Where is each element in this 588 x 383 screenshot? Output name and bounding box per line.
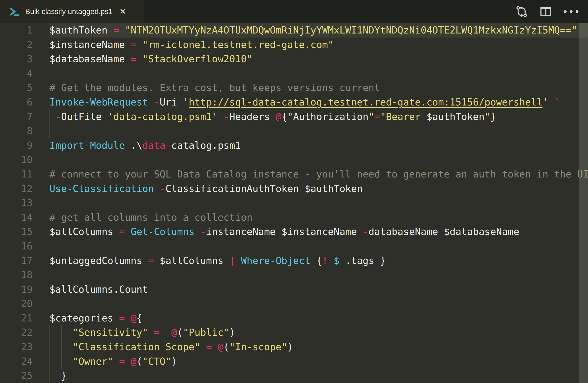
code-content[interactable]: $untaggedColumns = $allColumns | Where-O…	[49, 253, 588, 268]
line-number[interactable]: 13	[0, 196, 33, 210]
line-number[interactable]: 8	[0, 124, 33, 138]
code-line[interactable]: 4	[0, 66, 588, 81]
line-number[interactable]: 12	[0, 182, 33, 196]
line-number[interactable]: 7	[0, 110, 33, 124]
code-line[interactable]: 11# connect to your SQL Data Catalog ins…	[0, 167, 588, 182]
token	[154, 183, 160, 194]
code-line[interactable]: 17$untaggedColumns = $allColumns | Where…	[0, 253, 588, 268]
code-content[interactable]: Invoke-WebRequest -Uri 'http://sql-data-…	[49, 95, 588, 110]
code-content[interactable]: $categories = @{	[49, 311, 588, 326]
line-number[interactable]: 6	[0, 95, 33, 110]
line-number[interactable]: 5	[0, 80, 33, 95]
code-line[interactable]: 7 -OutFile 'data-catalog.psm1' -Headers …	[0, 110, 588, 124]
line-number[interactable]: 16	[0, 239, 33, 253]
tab-bulk-classify[interactable]: Bulk classify untagged.ps1 ✕	[0, 0, 144, 23]
line-number[interactable]: 22	[0, 325, 33, 340]
line-number[interactable]: 3	[0, 52, 33, 66]
code-editor[interactable]: 1$authToken = "NTM2OTUxMTYyNzA4OTUxMDQwO…	[0, 23, 588, 383]
line-number[interactable]: 2	[0, 38, 33, 52]
token	[137, 53, 142, 65]
code-line[interactable]: 24 "Owner" = @("CTO")	[0, 354, 588, 369]
code-line[interactable]: 2$instanceName = "rm-iclone1.testnet.red…	[0, 38, 588, 52]
code-content[interactable]	[49, 297, 588, 311]
code-content[interactable]: $instanceName = "rm-iclone1.testnet.red-…	[49, 38, 588, 52]
code-line[interactable]: 23 "Classification Scope" = @("In-scope"…	[0, 340, 588, 354]
indent-guide	[49, 354, 50, 369]
token: "Bearer	[380, 111, 426, 122]
line-number[interactable]: 25	[0, 368, 33, 383]
code-content[interactable]: # Get the modules. Extra cost, but keeps…	[49, 80, 588, 95]
code-content[interactable]: "Sensitivity" = @("Public")	[49, 325, 588, 340]
code-content[interactable]: "Classification Scope" = @("In-scope")	[49, 340, 588, 354]
code-content[interactable]	[49, 239, 588, 253]
code-line[interactable]: 16	[0, 239, 588, 253]
code-line[interactable]: 5# Get the modules. Extra cost, but keep…	[0, 80, 588, 95]
code-line[interactable]: 22 "Sensitivity" = @("Public")	[0, 325, 588, 340]
line-number[interactable]: 17	[0, 253, 33, 268]
open-changes-icon[interactable]	[515, 5, 528, 18]
token	[235, 255, 241, 266]
line-number[interactable]: 21	[0, 311, 33, 326]
code-content[interactable]: "Owner" = @("CTO")	[49, 354, 588, 369]
code-line[interactable]: 9Import-Module .\data-catalog.psm1	[0, 138, 588, 153]
code-line[interactable]: 13	[0, 196, 588, 210]
token: )	[287, 341, 293, 353]
code-line[interactable]: 6Invoke-WebRequest -Uri 'http://sql-data…	[0, 95, 588, 110]
code-content[interactable]: $allColumns.Count	[49, 282, 588, 297]
code-line[interactable]: 18	[0, 268, 588, 282]
code-line[interactable]: 15$allColumns = Get-Columns -instanceNam…	[0, 225, 588, 239]
line-number[interactable]: 1	[0, 23, 33, 38]
split-editor-icon[interactable]	[540, 5, 552, 18]
token: 'data-catalog.psm1'	[107, 111, 218, 122]
code-content[interactable]: Use-Classification -ClassificationAuthTo…	[49, 182, 588, 196]
code-content[interactable]: $authToken = "NTM2OTUxMTYyNzA4OTUxMDQwOm…	[49, 23, 588, 38]
token: !	[322, 255, 328, 266]
code-line[interactable]: 12Use-Classification -ClassificationAuth…	[0, 182, 588, 196]
token: )	[229, 327, 235, 338]
code-content[interactable]	[49, 153, 588, 167]
more-actions-icon[interactable]	[564, 10, 578, 13]
code-line[interactable]: 21$categories = @{	[0, 311, 588, 326]
line-number[interactable]: 10	[0, 153, 33, 167]
line-number[interactable]: 19	[0, 282, 33, 297]
code-line[interactable]: 19$allColumns.Count	[0, 282, 588, 297]
token	[113, 356, 119, 367]
close-tab-icon[interactable]: ✕	[120, 7, 126, 16]
line-number[interactable]: 15	[0, 225, 33, 239]
line-number[interactable]: 14	[0, 210, 33, 225]
code-content[interactable]	[49, 196, 588, 210]
code-line[interactable]: 25 }	[0, 368, 588, 383]
line-number[interactable]: 23	[0, 340, 33, 354]
code-content[interactable]	[49, 124, 588, 138]
code-line[interactable]: 10	[0, 153, 588, 167]
line-number[interactable]: 20	[0, 297, 33, 311]
token: =	[374, 111, 380, 122]
code-content[interactable]	[49, 66, 588, 81]
code-content[interactable]: # connect to your SQL Data Catalog insta…	[49, 167, 588, 182]
token: $authToken	[426, 111, 484, 122]
line-number[interactable]: 4	[0, 66, 33, 81]
code-content[interactable]: }	[49, 368, 588, 383]
token	[49, 111, 55, 122]
code-content[interactable]: $databaseName = "StackOverflow2010"	[49, 52, 588, 66]
token: |	[229, 255, 235, 266]
code-content[interactable]: # get all columns into a collection	[49, 210, 588, 225]
code-line[interactable]: 14# get all columns into a collection	[0, 210, 588, 225]
code-line[interactable]: 8	[0, 124, 588, 138]
code-content[interactable]: -OutFile 'data-catalog.psm1' -Headers @{…	[49, 110, 588, 124]
code-line[interactable]: 20	[0, 297, 588, 311]
code-content[interactable]: $allColumns = Get-Columns -instanceName …	[49, 225, 588, 239]
token: {	[310, 255, 322, 266]
editor-actions	[515, 0, 578, 23]
token: "rm-iclone1.testnet.red-gate.com"	[142, 39, 334, 50]
line-number[interactable]: 24	[0, 354, 33, 369]
code-line[interactable]: 3$databaseName = "StackOverflow2010"	[0, 52, 588, 66]
line-number[interactable]: 9	[0, 138, 33, 153]
code-content[interactable]	[49, 268, 588, 282]
line-number[interactable]: 18	[0, 268, 33, 282]
vertical-scrollbar[interactable]	[579, 23, 588, 383]
code-line[interactable]: 1$authToken = "NTM2OTUxMTYyNzA4OTUxMDQwO…	[0, 23, 588, 38]
line-number[interactable]: 11	[0, 167, 33, 182]
code-content[interactable]: Import-Module .\data-catalog.psm1	[49, 138, 588, 153]
token	[548, 96, 554, 108]
